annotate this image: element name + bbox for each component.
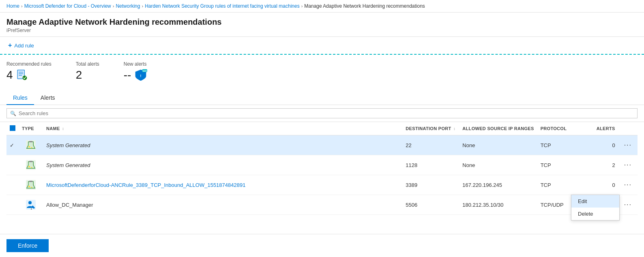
name-sort-icon[interactable]: ↕ bbox=[62, 126, 64, 131]
row3-check-cell bbox=[6, 175, 19, 195]
breadcrumb-current: Manage Adaptive Network Hardening recomm… bbox=[304, 3, 425, 9]
dest-sort-icon[interactable]: ↕ bbox=[453, 126, 455, 131]
context-menu: Edit Delete bbox=[571, 195, 620, 215]
col-header-name: NAME ↕ bbox=[43, 122, 402, 135]
svg-point-27 bbox=[28, 201, 32, 204]
tab-alerts[interactable]: Alerts bbox=[34, 91, 62, 105]
breadcrumb-sep-1: › bbox=[21, 4, 23, 9]
new-alerts-label: New alerts bbox=[124, 61, 148, 67]
row3-menu-button[interactable]: ··· bbox=[622, 180, 634, 189]
row2-menu-cell: ··· bbox=[618, 155, 638, 175]
svg-point-18 bbox=[28, 166, 30, 167]
svg-point-25 bbox=[31, 187, 32, 188]
row2-type-cell bbox=[19, 155, 43, 175]
row1-protocol-cell: TCP bbox=[537, 135, 586, 155]
svg-point-24 bbox=[28, 186, 30, 187]
row3-menu-cell: ··· bbox=[618, 175, 638, 195]
new-alerts-value: -- bbox=[124, 69, 131, 81]
total-alerts-label: Total alerts bbox=[76, 61, 99, 67]
row1-source-cell: None bbox=[459, 135, 537, 155]
row4-type-icon bbox=[25, 199, 36, 210]
row4-check-cell bbox=[6, 195, 19, 215]
svg-text:!: ! bbox=[140, 74, 142, 78]
row2-source-cell: None bbox=[459, 155, 537, 175]
row4-name: Allow_DC_Manager bbox=[46, 202, 93, 208]
col-header-source-ip: ALLOWED SOURCE IP RANGES bbox=[459, 122, 537, 135]
row3-source-cell: 167.220.196.245 bbox=[459, 175, 537, 195]
row1-alerts-cell: 0 bbox=[586, 135, 618, 155]
row4-dest-cell: 5506 bbox=[402, 195, 459, 215]
breadcrumb-sep-4: › bbox=[301, 4, 303, 9]
row2-menu-button[interactable]: ··· bbox=[622, 161, 634, 169]
svg-text:NEW: NEW bbox=[143, 70, 147, 72]
breadcrumb-networking[interactable]: Networking bbox=[116, 3, 140, 9]
breadcrumb-defender[interactable]: Microsoft Defender for Cloud - Overview bbox=[24, 3, 111, 9]
row2-type-icon bbox=[25, 159, 36, 171]
row1-type-cell bbox=[19, 135, 43, 155]
svg-rect-23 bbox=[29, 181, 32, 182]
row3-name[interactable]: MicrosoftDefenderforCloud-ANCRule_3389_T… bbox=[46, 182, 245, 188]
row1-checkmark[interactable]: ✓ bbox=[10, 142, 14, 148]
breadcrumb-home[interactable]: Home bbox=[6, 3, 19, 9]
plus-icon: + bbox=[8, 42, 12, 49]
table-row: System Generated 1128 None TCP 2 ··· bbox=[6, 155, 638, 175]
recommended-rules-icon bbox=[16, 69, 28, 81]
search-bar: 🔍 bbox=[0, 105, 644, 122]
table-row: ✓ S bbox=[6, 135, 638, 155]
svg-rect-17 bbox=[29, 161, 32, 162]
table-container: TYPE NAME ↕ DESTINATION PORT ↕ ALLOWED S… bbox=[0, 122, 644, 215]
stat-total-alerts: Total alerts 2 bbox=[76, 61, 99, 81]
table-header-row: TYPE NAME ↕ DESTINATION PORT ↕ ALLOWED S… bbox=[6, 122, 638, 135]
table-row: MicrosoftDefenderforCloud-ANCRule_3389_T… bbox=[6, 175, 638, 195]
col-header-dest-port: DESTINATION PORT ↕ bbox=[402, 122, 459, 135]
row4-source-cell: 180.212.35.10/30 bbox=[459, 195, 537, 215]
row3-type-cell bbox=[19, 175, 43, 195]
tab-rules[interactable]: Rules bbox=[6, 91, 34, 105]
row1-type-icon bbox=[25, 139, 36, 151]
row1-name-cell: System Generated bbox=[43, 135, 402, 155]
stats-section: Recommended rules 4 Total alerts 2 New a… bbox=[0, 55, 644, 85]
new-alerts-icon: ! NEW bbox=[134, 69, 147, 81]
row1-menu-button[interactable]: ··· bbox=[622, 141, 634, 149]
total-alerts-value: 2 bbox=[76, 69, 82, 81]
search-icon: 🔍 bbox=[10, 111, 16, 116]
context-menu-edit[interactable]: Edit bbox=[571, 195, 619, 208]
row4-menu-cell: ··· bbox=[618, 195, 638, 215]
stat-recommended-rules: Recommended rules 4 bbox=[6, 61, 52, 81]
tabs-section: Rules Alerts bbox=[0, 85, 644, 105]
row2-name: System Generated bbox=[46, 162, 90, 168]
col-header-check bbox=[6, 122, 19, 135]
row2-check-cell bbox=[6, 155, 19, 175]
add-rule-button[interactable]: + Add rule bbox=[6, 41, 36, 50]
breadcrumb: Home › Microsoft Defender for Cloud - Ov… bbox=[0, 0, 644, 13]
page-header: Manage Adaptive Network Hardening recomm… bbox=[0, 13, 644, 37]
context-menu-delete[interactable]: Delete bbox=[571, 208, 619, 215]
row1-menu-cell: ··· bbox=[618, 135, 638, 155]
row4-type-cell bbox=[19, 195, 43, 215]
toolbar: + Add rule bbox=[0, 37, 644, 55]
search-input-wrapper: 🔍 bbox=[6, 108, 638, 118]
row3-dest-cell: 3389 bbox=[402, 175, 459, 195]
row2-dest-cell: 1128 bbox=[402, 155, 459, 175]
svg-point-19 bbox=[31, 167, 32, 168]
recommended-rules-label: Recommended rules bbox=[6, 61, 52, 67]
breadcrumb-sep-3: › bbox=[142, 4, 143, 9]
row3-name-cell: MicrosoftDefenderforCloud-ANCRule_3389_T… bbox=[43, 175, 402, 195]
select-all-checkbox[interactable] bbox=[10, 125, 15, 131]
breadcrumb-harden[interactable]: Harden Network Security Group rules of i… bbox=[145, 3, 300, 9]
row3-protocol-cell: TCP bbox=[537, 175, 586, 195]
row4-name-cell: Allow_DC_Manager bbox=[43, 195, 402, 215]
stat-new-alerts: New alerts -- ! NEW bbox=[124, 61, 148, 81]
row4-menu-button[interactable]: ··· bbox=[622, 200, 634, 209]
col-header-alerts: ALERTS bbox=[586, 122, 618, 135]
col-header-menu bbox=[618, 122, 638, 135]
recommended-rules-value: 4 bbox=[6, 69, 13, 81]
rules-table: TYPE NAME ↕ DESTINATION PORT ↕ ALLOWED S… bbox=[6, 122, 638, 215]
row2-protocol-cell: TCP bbox=[537, 155, 586, 175]
search-input[interactable] bbox=[19, 110, 634, 116]
table-row: Allow_DC_Manager 5506 180.212.35.10/30 T… bbox=[6, 195, 638, 215]
breadcrumb-sep-2: › bbox=[113, 4, 114, 9]
page-subtitle: iPrefServer bbox=[6, 28, 638, 33]
svg-point-13 bbox=[31, 147, 32, 148]
row1-dest-cell: 22 bbox=[402, 135, 459, 155]
